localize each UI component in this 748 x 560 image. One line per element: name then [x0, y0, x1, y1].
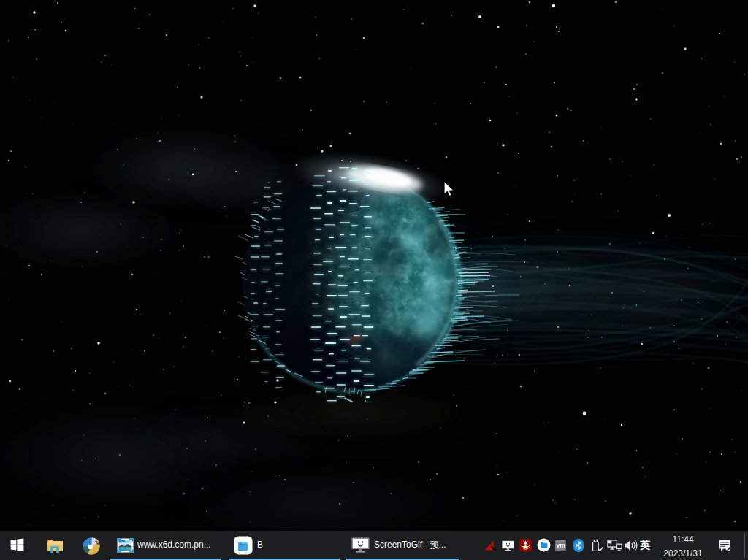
svg-text:vm: vm: [557, 542, 565, 549]
